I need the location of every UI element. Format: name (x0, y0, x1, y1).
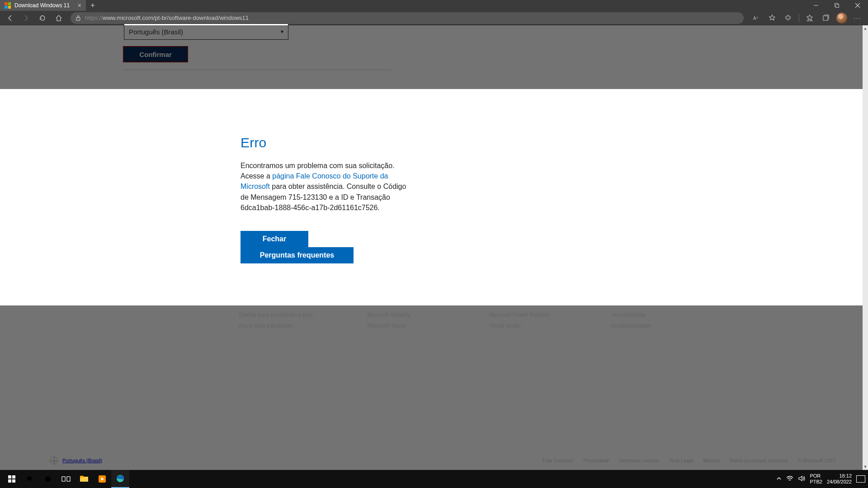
window-close-button[interactable] (847, 0, 868, 11)
collections-button[interactable] (818, 12, 834, 24)
scroll-up-icon[interactable]: ▲ (863, 25, 868, 32)
system-tray: POR PTB2 18:12 24/08/2022 (776, 470, 865, 488)
svg-text:A⁺: A⁺ (753, 16, 759, 21)
ime-indicator[interactable]: POR PTB2 (810, 473, 822, 484)
profile-avatar[interactable] (836, 13, 847, 23)
locale-link[interactable]: Português (Brasil) (62, 458, 102, 463)
footer-legal-link[interactable]: Privacidade (583, 458, 609, 463)
close-button-label: Fechar (263, 235, 286, 243)
lock-icon (75, 15, 81, 21)
footer-legal-link[interactable]: Nota Legal (669, 458, 693, 463)
tray-date: 24/08/2022 (827, 479, 852, 485)
footer-link[interactable]: Visual Studio (489, 323, 557, 329)
extensions-button[interactable] (781, 12, 796, 24)
svg-rect-13 (67, 477, 70, 481)
svg-rect-2 (836, 5, 839, 8)
footer-legal-link[interactable]: Fale Conosco (542, 458, 573, 463)
action-center-icon[interactable] (856, 475, 865, 483)
start-button[interactable] (3, 470, 21, 488)
error-actions: Fechar Perguntas frequentes (241, 231, 354, 263)
tab-title: Download Windows 11 (14, 2, 70, 9)
dimmed-page-bottom: Ofertas para estudantes e pais Azure par… (0, 305, 863, 470)
language-select[interactable]: Português (Brasil) (124, 23, 288, 40)
read-aloud-button[interactable]: A⁺ (748, 12, 764, 24)
footer-link[interactable]: Ofertas para estudantes e pais (239, 312, 313, 318)
footer-copyright[interactable]: © Microsoft 2022 (798, 458, 835, 463)
nav-forward-button[interactable] (19, 12, 33, 24)
footer-legal-links: Fale Conosco Privacidade Gerenciar cooki… (542, 458, 835, 463)
footer-link[interactable]: Microsoft Industry (367, 312, 435, 318)
language-select-value: Português (Brasil) (129, 28, 183, 36)
error-title: Erro (241, 135, 412, 150)
tray-time: 18:12 (827, 473, 852, 479)
page-viewport: Português (Brasil) Confirmar Erro Encont… (0, 25, 868, 470)
window-titlebar: Download Windows 11 × + (0, 0, 868, 11)
favorites-button[interactable] (802, 12, 817, 24)
nav-back-button[interactable] (3, 12, 17, 24)
dimmed-page-top: Português (Brasil) Confirmar (0, 25, 863, 89)
add-favorite-button[interactable] (764, 12, 780, 24)
svg-point-9 (27, 476, 32, 481)
svg-point-11 (45, 476, 51, 482)
volume-icon[interactable] (798, 475, 805, 483)
faq-button[interactable]: Perguntas frequentes (241, 247, 354, 263)
ime-line1: POR (810, 473, 822, 479)
file-explorer-taskbar-icon[interactable] (75, 470, 93, 488)
footer-columns: Ofertas para estudantes e pais Azure par… (239, 312, 835, 333)
ime-line2: PTB2 (810, 479, 822, 485)
confirm-button-label: Confirmar (139, 51, 172, 58)
address-bar[interactable]: https://www.microsoft.com/pt-br/software… (71, 12, 744, 24)
footer-legal-link[interactable]: Sobre os nossos anúncios (730, 458, 788, 463)
svg-line-10 (31, 480, 33, 482)
footer-link[interactable]: Microsoft Teams (367, 323, 435, 329)
search-button[interactable] (21, 470, 39, 488)
window-maximize-button[interactable] (826, 0, 847, 11)
svg-rect-5 (76, 18, 80, 20)
footer-link[interactable]: Acessibilidade (611, 312, 679, 318)
windows-taskbar: POR PTB2 18:12 24/08/2022 (0, 470, 868, 488)
tab-close-button[interactable]: × (78, 2, 81, 9)
toolbar-separator (799, 14, 799, 22)
new-tab-button[interactable]: + (86, 0, 99, 11)
svg-rect-15 (80, 476, 84, 478)
globe-icon (50, 456, 58, 465)
window-minimize-button[interactable] (806, 0, 826, 11)
section-divider (125, 70, 392, 70)
footer-bar: Português (Brasil) Fale Conosco Privacid… (50, 456, 835, 465)
footer-legal-link[interactable]: Marcas (703, 458, 720, 463)
footer-link[interactable]: Microsoft Power Platform (489, 312, 557, 318)
footer-legal-link[interactable]: Gerenciar cookies (619, 458, 660, 463)
faq-button-label: Perguntas frequentes (260, 251, 334, 259)
close-button[interactable]: Fechar (241, 231, 308, 247)
tray-clock[interactable]: 18:12 24/08/2022 (827, 473, 852, 484)
task-view-button[interactable] (57, 470, 75, 488)
page-scrollbar[interactable]: ▲ ▼ (863, 25, 868, 470)
more-menu-button[interactable]: ··· (850, 12, 865, 24)
edge-taskbar-icon[interactable] (111, 470, 129, 488)
svg-rect-12 (62, 477, 65, 481)
media-player-taskbar-icon[interactable] (93, 470, 111, 488)
scroll-down-icon[interactable]: ▼ (863, 464, 868, 470)
svg-rect-8 (823, 16, 828, 20)
tray-chevron-icon[interactable] (776, 476, 782, 482)
nav-refresh-button[interactable] (35, 12, 50, 24)
browser-tab[interactable]: Download Windows 11 × (0, 0, 86, 11)
nav-home-button[interactable] (52, 12, 66, 24)
wifi-icon[interactable] (786, 475, 793, 483)
microsoft-favicon-icon (5, 2, 11, 9)
error-message: Encontramos um problema com sua solicita… (241, 160, 412, 213)
error-dialog: Erro Encontramos um problema com sua sol… (241, 135, 412, 213)
footer-link[interactable]: Sustentabilidade (611, 323, 679, 329)
cortana-button[interactable] (39, 470, 57, 488)
address-url: https://www.microsoft.com/pt-br/software… (85, 14, 249, 21)
confirm-button[interactable]: Confirmar (123, 46, 188, 62)
footer-link[interactable]: Azure para estudantes (239, 323, 313, 329)
